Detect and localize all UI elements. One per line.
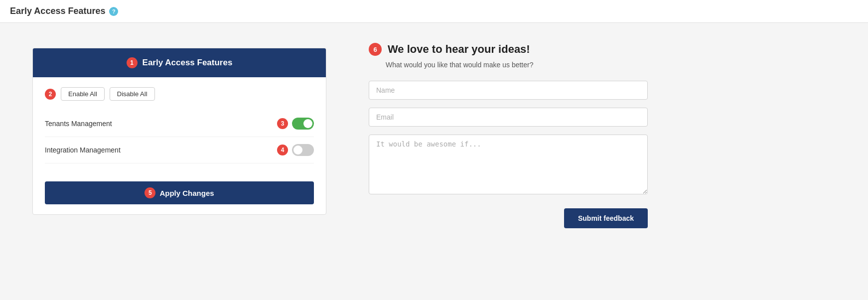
tenants-slider: [292, 118, 314, 130]
enable-badge: 2: [45, 89, 56, 100]
features-card: 1 Early Access Features 2 Enable All Dis…: [32, 48, 326, 215]
tenants-badge: 3: [277, 118, 288, 129]
page-title: Early Access Features: [10, 6, 105, 16]
integration-toggle[interactable]: [292, 144, 314, 156]
badge-row: 2: [45, 89, 56, 100]
card-header: 1 Early Access Features: [33, 48, 326, 77]
header-badge: 1: [127, 57, 138, 68]
integration-toggle-group: 4: [277, 144, 314, 156]
card-header-title: Early Access Features: [143, 58, 233, 68]
feedback-header: 6 We love to hear your ideas!: [369, 43, 648, 56]
apply-changes-button[interactable]: 5 Apply Changes: [45, 181, 314, 204]
card-body: 2 Enable All Disable All Tenants Managem…: [33, 77, 326, 173]
feedback-badge: 6: [369, 43, 382, 56]
feedback-title: We love to hear your ideas!: [388, 43, 530, 56]
main-content: 1 Early Access Features 2 Enable All Dis…: [0, 23, 868, 300]
feedback-subtitle: What would you like that would make us b…: [386, 61, 648, 69]
tenants-management-row: Tenants Management 3: [45, 111, 314, 137]
email-form-group: [369, 108, 648, 127]
card-footer: 5 Apply Changes: [33, 173, 326, 214]
tenants-toggle[interactable]: [292, 118, 314, 130]
integration-management-label: Integration Management: [45, 146, 121, 154]
page-header: Early Access Features ?: [0, 0, 868, 23]
submit-row: Submit feedback: [369, 208, 648, 228]
apply-label: Apply Changes: [159, 189, 214, 197]
left-panel: 1 Early Access Features 2 Enable All Dis…: [30, 38, 329, 285]
message-form-group: [369, 135, 648, 196]
tenants-toggle-group: 3: [277, 118, 314, 130]
right-panel: 6 We love to hear your ideas! What would…: [369, 38, 648, 285]
tenants-management-label: Tenants Management: [45, 120, 112, 128]
submit-feedback-button[interactable]: Submit feedback: [564, 208, 648, 228]
message-input[interactable]: [369, 135, 648, 194]
enable-disable-row: 2 Enable All Disable All: [45, 87, 314, 101]
name-input[interactable]: [369, 81, 648, 100]
enable-all-button[interactable]: Enable All: [61, 87, 105, 101]
disable-all-button[interactable]: Disable All: [110, 87, 155, 101]
integration-slider: [292, 144, 314, 156]
help-icon[interactable]: ?: [109, 7, 118, 16]
integration-management-row: Integration Management 4: [45, 137, 314, 163]
name-form-group: [369, 81, 648, 100]
apply-badge: 5: [145, 187, 155, 198]
email-input[interactable]: [369, 108, 648, 127]
integration-badge: 4: [277, 145, 288, 155]
